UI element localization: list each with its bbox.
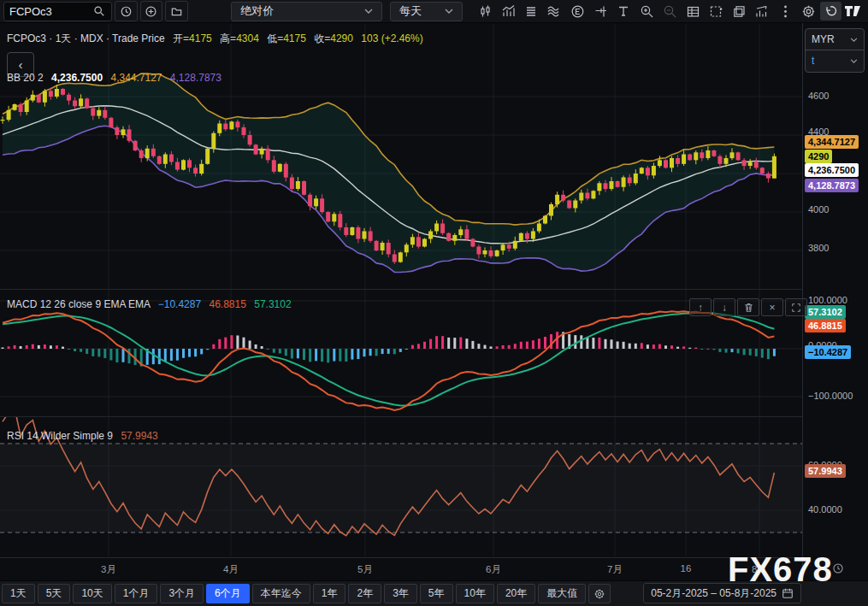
open-layout-folder-button[interactable] bbox=[165, 1, 188, 21]
date-range-selector[interactable]: 05-2月-2025 – 05-8月-2025 bbox=[643, 583, 801, 603]
range-button-1y[interactable]: 1年 bbox=[313, 584, 346, 603]
symbol-search-input[interactable]: FCPOc3 bbox=[3, 2, 112, 21]
macd-line-badge: 46.8815 bbox=[805, 319, 846, 332]
range-button-2y[interactable]: 2年 bbox=[348, 584, 381, 603]
range-button-3m[interactable]: 3个月 bbox=[160, 584, 204, 603]
time-label: 5月 bbox=[357, 563, 373, 576]
range-button-3y[interactable]: 3年 bbox=[384, 584, 417, 603]
pane-separator[interactable] bbox=[0, 416, 802, 417]
settings-gear-icon[interactable] bbox=[797, 0, 820, 23]
range-button-5y[interactable]: 5年 bbox=[420, 584, 453, 603]
time-label: 3月 bbox=[101, 563, 116, 576]
macd-signal-value: 57.3102 bbox=[254, 298, 291, 310]
calendar-icon bbox=[782, 587, 794, 599]
macd-signal-badge: 57.3102 bbox=[805, 305, 846, 319]
maximize-pane-button[interactable] bbox=[785, 298, 807, 316]
measure-tool-icon[interactable] bbox=[589, 0, 612, 23]
bar-replay-clock-button[interactable] bbox=[115, 1, 138, 21]
interval-dropdown[interactable]: 每天 bbox=[390, 2, 463, 21]
publish-idea-icon[interactable] bbox=[728, 0, 751, 23]
low-value: 4175 bbox=[283, 32, 306, 44]
add-symbol-button[interactable] bbox=[140, 1, 163, 21]
close-pane-button[interactable]: × bbox=[761, 298, 783, 316]
symbol-series-title: FCPOc3 · 1天 · MDX · Trade Price bbox=[7, 32, 165, 44]
delete-pane-button[interactable] bbox=[737, 298, 759, 316]
zoom-in-icon[interactable] bbox=[635, 0, 658, 23]
more-options-dots-icon[interactable] bbox=[774, 0, 797, 23]
chevron-down-icon bbox=[364, 9, 373, 14]
time-label: 6月 bbox=[486, 563, 501, 576]
macd-tick: −100.0000 bbox=[808, 391, 853, 401]
change-value: 103 (+2.46%) bbox=[361, 32, 422, 44]
range-button-6m-selected[interactable]: 6个月 bbox=[206, 584, 250, 603]
range-button-1m[interactable]: 1个月 bbox=[115, 584, 158, 603]
range-button-10y[interactable]: 10年 bbox=[456, 584, 494, 603]
macd-hist-badge: −10.4287 bbox=[805, 345, 851, 359]
top-toolbar: FCPOc3 绝对价 每天 bbox=[0, 0, 868, 23]
main-legend: FCPOc3 · 1天 · MDX · Trade Price 开=4175 高… bbox=[7, 32, 423, 46]
time-label: 7月 bbox=[607, 563, 623, 576]
time-label: 8月 bbox=[752, 563, 767, 576]
currency-dropdown[interactable]: MYR bbox=[806, 29, 864, 50]
price-mode-dropdown[interactable]: 绝对价 bbox=[231, 2, 382, 21]
zoom-out-icon[interactable] bbox=[658, 0, 682, 23]
snapshot-frame-icon[interactable] bbox=[705, 0, 728, 23]
compare-symbol-icon[interactable] bbox=[497, 0, 520, 23]
bb-lower-value: 4,128.7873 bbox=[170, 72, 221, 84]
currency-unit-selector: MYR t bbox=[805, 28, 865, 73]
chart-style-candles-icon[interactable] bbox=[474, 0, 497, 23]
move-pane-up-button[interactable]: ↑ bbox=[689, 298, 712, 316]
high-value: 4304 bbox=[236, 32, 259, 44]
rsi-value-badge: 57.9943 bbox=[805, 464, 846, 478]
macd-tick: 100.0000 bbox=[808, 295, 847, 305]
chevron-down-icon bbox=[850, 59, 858, 63]
range-button-5d[interactable]: 5天 bbox=[38, 584, 71, 603]
chevron-down-icon bbox=[445, 9, 453, 14]
bb-legend: BB 20 2 4,236.7500 4,344.7127 4,128.7873 bbox=[7, 72, 221, 84]
economy-circled-e-icon[interactable] bbox=[566, 0, 589, 23]
undo-reset-icon[interactable] bbox=[820, 2, 841, 21]
main-price-chart[interactable] bbox=[0, 23, 802, 290]
pane-separator[interactable] bbox=[0, 289, 802, 290]
open-value: 4175 bbox=[189, 32, 212, 44]
table-grid-icon[interactable] bbox=[682, 0, 705, 23]
symbol-label: FCPOc3 bbox=[9, 5, 52, 18]
trash-icon bbox=[743, 302, 754, 313]
price-tick: 4600 bbox=[808, 91, 829, 101]
bb-upper-price-badge: 4,344.7127 bbox=[805, 135, 859, 149]
range-settings-button[interactable] bbox=[588, 584, 611, 603]
last-price-badge: 4290 bbox=[805, 150, 832, 163]
timezone-clock-icon[interactable] bbox=[832, 562, 844, 578]
gear-icon bbox=[593, 588, 605, 600]
unit-dropdown[interactable]: t bbox=[806, 50, 864, 71]
macd-pane-toolbar: ↑ ↓ × bbox=[689, 298, 807, 316]
bb-lower-price-badge: 4,128.7873 bbox=[805, 179, 859, 192]
layers-icon[interactable] bbox=[520, 0, 543, 23]
indicators-waves-icon[interactable] bbox=[543, 0, 566, 23]
volume-profile-icon[interactable] bbox=[751, 0, 774, 23]
maximize-icon bbox=[791, 303, 801, 313]
search-icon bbox=[92, 4, 106, 18]
macd-line-value: 46.8815 bbox=[209, 298, 245, 310]
toolbar-icon-group bbox=[474, 0, 865, 23]
range-button-20y[interactable]: 20年 bbox=[497, 584, 535, 603]
time-label: 4月 bbox=[223, 563, 239, 576]
price-tick: 4000 bbox=[808, 204, 829, 215]
tradingview-logo[interactable] bbox=[841, 0, 865, 23]
macd-legend: MACD 12 26 close 9 EMA EMA −10.4287 46.8… bbox=[7, 298, 292, 310]
rsi-tick: 40.0000 bbox=[808, 504, 842, 515]
range-button-1d[interactable]: 1天 bbox=[2, 584, 35, 603]
move-pane-down-button[interactable]: ↓ bbox=[713, 298, 735, 316]
chevron-down-icon bbox=[850, 38, 858, 42]
price-mode-label: 绝对价 bbox=[240, 3, 274, 19]
interval-label: 每天 bbox=[399, 3, 422, 19]
rsi-legend: RSI 14 Wilder Simple 9 57.9943 bbox=[7, 430, 158, 442]
chevron-left-icon: ‹ bbox=[19, 57, 23, 72]
text-tool-icon[interactable] bbox=[612, 0, 635, 23]
range-button-ytd[interactable]: 本年迄今 bbox=[252, 584, 310, 603]
date-range-text: 05-2月-2025 – 05-8月-2025 bbox=[651, 586, 776, 601]
bb-upper-value: 4,344.7127 bbox=[110, 72, 162, 84]
range-button-10d[interactable]: 10天 bbox=[73, 584, 111, 603]
rsi-value: 57.9943 bbox=[121, 430, 157, 442]
range-button-max[interactable]: 最大值 bbox=[538, 584, 586, 603]
